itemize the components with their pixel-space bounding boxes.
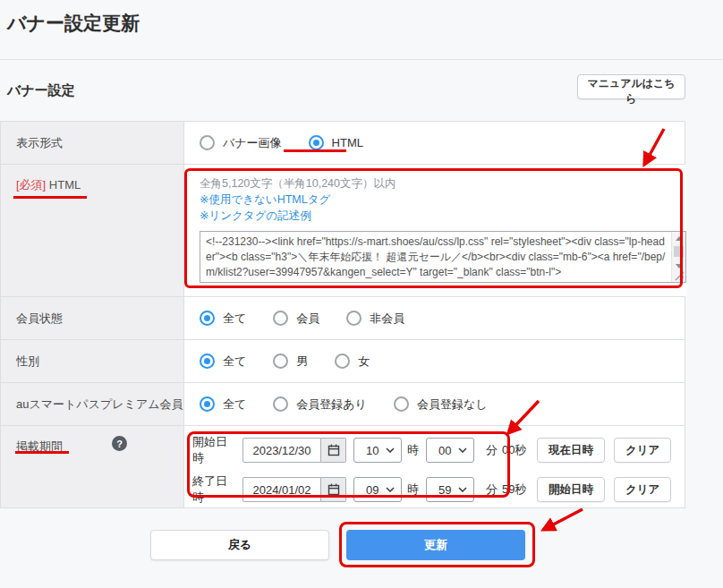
radio-smartpass-registered[interactable]: 会員登録あり [273,396,367,413]
start-seconds-label: 00秒 [502,442,530,458]
member-status-label: 会員状態 [1,297,184,339]
au-smartpass-label: auスマートパスプレミアム会員 [1,383,184,425]
radio-checked-icon [200,311,215,326]
end-clear-button[interactable]: クリア [614,477,671,502]
radio-checked-icon [200,354,215,369]
end-calendar-button[interactable] [321,477,346,502]
radio-gender-all[interactable]: 全て [200,354,246,370]
end-hour-value: 09 [366,483,379,497]
display-format-label: 表示形式 [1,122,184,164]
row-period: 掲載期間 ? 開始日時 10 時 [1,426,685,507]
start-date-input[interactable] [242,438,321,463]
radio-html[interactable]: HTML [309,135,363,150]
required-badge: [必須] [16,178,46,192]
banner-settings-form: 表示形式 バナー画像 HTML [必須] HTML 全角5,120文字（半角10… [0,121,685,508]
radio-label: 全て [223,311,246,327]
start-hour-value: 10 [366,444,379,457]
row-au-smartpass: auスマートパスプレミアム会員 全て 会員登録あり 会員登録なし [1,383,685,426]
section-title: バナー設定 [7,82,75,99]
radio-label: 全て [223,354,246,370]
scroll-thumb[interactable] [674,246,684,257]
start-minute-value: 00 [438,444,451,457]
help-icon[interactable]: ? [112,436,127,451]
period-label-cell: 掲載期間 ? [1,426,184,507]
start-calendar-button[interactable] [321,438,346,463]
radio-label: 非会員 [370,311,404,327]
end-date-input[interactable] [242,477,321,502]
scroll-up-icon[interactable] [676,236,683,241]
start-clear-button[interactable]: クリア [614,438,671,463]
period-cell: 開始日時 10 時 00 [184,426,685,507]
radio-label: 会員登録あり [296,396,367,413]
radio-label: 男 [296,354,308,370]
radio-unchecked-icon [273,396,288,412]
minute-unit-label: 分 [486,481,498,498]
period-end-row: 終了日時 09 時 59 [192,477,671,502]
radio-gender-female[interactable]: 女 [335,354,370,370]
gender-options: 全て 男 女 [184,340,685,382]
hour-unit-label: 時 [407,481,419,498]
radio-unchecked-icon [273,311,288,326]
html-label: [必須] HTML [1,165,184,296]
radio-label: 女 [358,354,370,370]
start-datetime-label: 開始日時 [192,434,235,466]
chevron-down-icon [458,447,467,453]
radio-label: 会員登録なし [417,396,488,413]
radio-smartpass-all[interactable]: 全て [200,396,246,413]
minute-unit-label: 分 [486,442,498,458]
calendar-icon [327,444,340,456]
radio-checked-icon [200,396,215,412]
radio-label: バナー画像 [223,135,282,151]
page-title: バナー設定更新 [7,11,140,36]
gender-label: 性別 [1,340,184,382]
start-hour-select[interactable]: 10 [353,438,402,463]
header-divider [0,59,723,60]
annotation-arrow-update [532,504,588,538]
forbidden-tags-link[interactable]: ※使用できないHTMLタグ [200,192,330,208]
display-format-options: バナー画像 HTML [184,122,685,164]
row-member-status: 会員状態 全て 会員 非会員 [1,297,685,340]
radio-unchecked-icon [200,135,215,150]
hour-unit-label: 時 [407,442,419,458]
radio-label: 全て [223,396,246,413]
radio-label: HTML [332,136,363,149]
radio-unchecked-icon [394,396,409,412]
start-datetime-copy-button[interactable]: 開始日時 [537,477,605,502]
radio-member-all[interactable]: 全て [200,311,246,327]
member-status-options: 全て 会員 非会員 [184,297,685,339]
update-button[interactable]: 更新 [346,530,525,560]
chevron-down-icon [386,447,395,453]
period-start-row: 開始日時 10 時 00 [192,438,671,463]
radio-unchecked-icon [346,311,362,326]
scroll-down-icon[interactable] [676,264,683,268]
manual-link-button[interactable]: マニュアルはこちら [577,74,685,99]
resize-grip-icon[interactable] [675,271,685,281]
calendar-icon [327,483,340,496]
radio-unchecked-icon [335,354,350,369]
html-field-cell: 全角5,120文字（半角10,240文字）以内 ※使用できないHTMLタグ ※リ… [184,165,686,296]
radio-label: 会員 [296,311,319,327]
back-button[interactable]: 戻る [150,530,329,560]
char-limit-hint: 全角5,120文字（半角10,240文字）以内 [200,175,686,192]
end-seconds-label: 59秒 [502,481,530,498]
start-minute-select[interactable]: 00 [426,438,474,463]
radio-member[interactable]: 会員 [273,311,319,327]
end-datetime-label: 終了日時 [192,473,235,506]
radio-banner-image[interactable]: バナー画像 [200,135,282,151]
current-datetime-button[interactable]: 現在日時 [537,438,605,463]
link-tag-example-link[interactable]: ※リンクタグの記述例 [200,208,311,224]
radio-checked-icon [309,135,324,150]
html-textarea[interactable]: <!--231230--><link href="https://s-mart.… [200,231,686,283]
chevron-down-icon [386,487,395,492]
radio-gender-male[interactable]: 男 [273,354,308,370]
end-hour-select[interactable]: 09 [353,477,402,502]
end-minute-select[interactable]: 59 [426,477,474,502]
radio-unchecked-icon [273,354,288,369]
end-minute-value: 59 [438,483,451,497]
radio-smartpass-unregistered[interactable]: 会員登録なし [394,396,488,413]
au-smartpass-options: 全て 会員登録あり 会員登録なし [184,383,685,425]
row-display-format: 表示形式 バナー画像 HTML [1,122,685,165]
chevron-down-icon [458,487,467,492]
html-code-value: <!--231230--><link href="https://s-mart.… [206,234,666,280]
radio-non-member[interactable]: 非会員 [346,311,404,327]
